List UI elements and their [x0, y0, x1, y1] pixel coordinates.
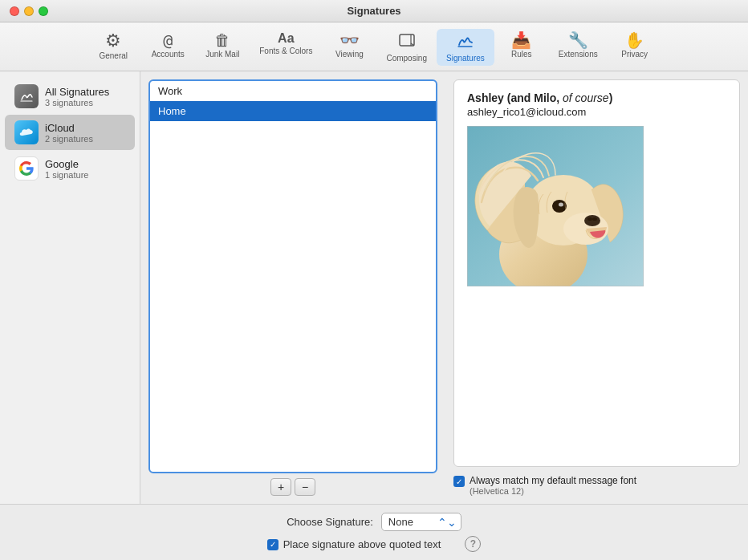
extensions-icon: 🔧	[568, 32, 588, 48]
titlebar: Signatures	[0, 0, 748, 22]
sig-item-home[interactable]: Home	[150, 101, 436, 121]
viewing-icon: 👓	[339, 32, 360, 48]
match-font-text: Always match my default message font (He…	[470, 475, 636, 496]
toolbar-item-viewing[interactable]: 👓 Viewing	[322, 29, 376, 66]
toolbar-item-accounts[interactable]: @ Accounts	[140, 29, 195, 66]
google-icon	[14, 156, 39, 181]
junk-mail-icon: 🗑	[214, 32, 230, 48]
maximize-button[interactable]	[39, 6, 48, 16]
icloud-icon	[14, 120, 39, 144]
choose-sig-select-wrapper: None Work Home ⌃⌄	[381, 513, 461, 531]
icloud-count: 2 signatures	[45, 134, 93, 144]
google-name: Google	[45, 158, 88, 170]
toolbar-item-general[interactable]: ⚙ General	[86, 29, 140, 66]
add-signature-button[interactable]: +	[270, 478, 291, 496]
svg-point-10	[559, 203, 563, 207]
svg-point-9	[552, 200, 567, 213]
general-label: General	[99, 51, 128, 60]
match-font-label: Always match my default message font	[470, 475, 636, 486]
toolbar-item-rules[interactable]: 📥 Rules	[494, 29, 549, 66]
signatures-icon	[456, 32, 475, 52]
composing-icon	[398, 32, 416, 52]
toolbar-item-signatures[interactable]: Signatures	[437, 29, 494, 66]
icloud-name: iCloud	[45, 122, 93, 134]
signatures-label: Signatures	[446, 54, 485, 63]
help-button[interactable]: ?	[465, 536, 481, 552]
sidebar-item-icloud[interactable]: iCloud 2 signatures	[5, 115, 135, 150]
preview-name: Ashley (and Milo, of course)	[467, 91, 726, 104]
signature-preview: Ashley (and Milo, of course) ashley_rico…	[453, 79, 740, 467]
toolbar: ⚙ General @ Accounts 🗑 Junk Mail Aa Font…	[0, 22, 748, 71]
choose-sig-label: Choose Signature:	[287, 516, 373, 528]
place-sig-label: Place signature above quoted text	[283, 538, 441, 550]
choose-sig-row: Choose Signature: None Work Home ⌃⌄	[287, 513, 461, 531]
place-sig-checkbox[interactable]	[267, 539, 278, 550]
svg-point-6	[584, 215, 600, 226]
choose-sig-select[interactable]: None Work Home	[381, 513, 461, 531]
composing-label: Composing	[386, 54, 427, 63]
toolbar-item-junk-mail[interactable]: 🗑 Junk Mail	[195, 29, 250, 66]
extensions-label: Extensions	[559, 50, 598, 59]
preview-name-rest: (and Milo, of course)	[504, 91, 612, 104]
all-signatures-icon	[14, 84, 39, 108]
close-button[interactable]	[10, 6, 19, 16]
window-title: Signatures	[347, 5, 400, 17]
toolbar-item-privacy[interactable]: ✋ Privacy	[608, 29, 662, 66]
fonts-colors-label: Fonts & Colors	[259, 47, 312, 55]
match-font-row: Always match my default message font (He…	[453, 475, 740, 496]
accounts-label: Accounts	[152, 50, 185, 59]
rules-icon: 📥	[511, 32, 531, 48]
match-font-sub: (Helvetica 12)	[470, 486, 636, 496]
remove-signature-button[interactable]: −	[295, 478, 315, 496]
toolbar-item-composing[interactable]: Composing	[376, 29, 437, 66]
viewing-label: Viewing	[335, 50, 364, 59]
sidebar-item-google[interactable]: Google 1 signature	[5, 151, 135, 186]
sig-list-actions: + −	[148, 478, 437, 496]
preview-name-bold: Ashley	[467, 91, 504, 104]
place-sig-row: Place signature above quoted text	[267, 538, 441, 550]
svg-point-7	[587, 217, 592, 221]
privacy-label: Privacy	[621, 50, 648, 59]
preview-email: ashley_rico1@icloud.com	[467, 106, 726, 118]
sidebar-item-all-signatures[interactable]: All Signatures 3 signatures	[5, 79, 135, 114]
all-signatures-count: 3 signatures	[45, 98, 109, 108]
main-content: All Signatures 3 signatures iCloud 2 sig…	[0, 71, 748, 504]
match-font-checkbox[interactable]	[453, 476, 465, 487]
all-signatures-text: All Signatures 3 signatures	[45, 86, 109, 108]
preview-panel: Ashley (and Milo, of course) ashley_rico…	[445, 71, 748, 504]
google-count: 1 signature	[45, 170, 88, 180]
place-sig-full-row: Place signature above quoted text ?	[16, 536, 732, 552]
preview-dog-image	[467, 126, 644, 286]
signatures-list: Work Home	[148, 79, 437, 473]
icloud-text: iCloud 2 signatures	[45, 122, 93, 144]
rules-label: Rules	[511, 50, 532, 59]
svg-point-8	[592, 217, 597, 221]
sidebar: All Signatures 3 signatures iCloud 2 sig…	[0, 71, 140, 504]
toolbar-item-extensions[interactable]: 🔧 Extensions	[549, 29, 608, 66]
fonts-colors-icon: Aa	[278, 32, 294, 45]
toolbar-item-fonts-colors[interactable]: Aa Fonts & Colors	[250, 29, 322, 66]
general-icon: ⚙	[105, 32, 121, 50]
all-signatures-name: All Signatures	[45, 86, 109, 98]
middle-panel: Work Home + −	[140, 71, 445, 504]
google-text: Google 1 signature	[45, 158, 88, 180]
accounts-icon: @	[163, 32, 173, 48]
junk-mail-label: Junk Mail	[205, 50, 239, 59]
bottom-bar: Choose Signature: None Work Home ⌃⌄ Plac…	[0, 504, 748, 560]
minimize-button[interactable]	[24, 6, 34, 16]
sig-item-work[interactable]: Work	[150, 81, 436, 101]
privacy-icon: ✋	[624, 32, 644, 48]
titlebar-buttons	[10, 6, 48, 16]
